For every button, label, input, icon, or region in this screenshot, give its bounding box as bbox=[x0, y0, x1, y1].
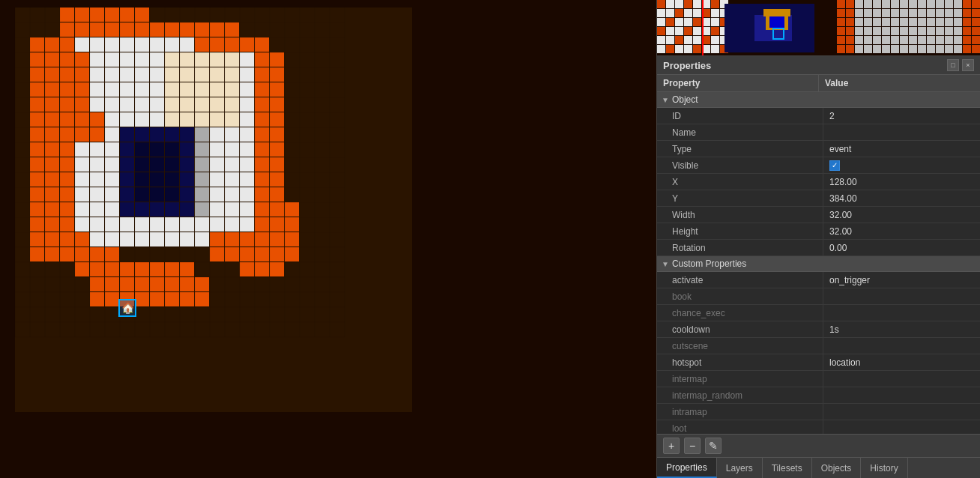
section-toggle-custom: ▼ bbox=[662, 260, 669, 268]
prop-value-object-7: 32.00 bbox=[823, 223, 980, 239]
prop-name-custom-4: cutscene bbox=[657, 338, 823, 354]
prop-name-object-3: Visible bbox=[657, 157, 823, 173]
prop-row-object-1[interactable]: Name bbox=[657, 124, 980, 141]
prop-name-custom-7: intermap_random bbox=[657, 387, 823, 403]
col-property-header: Property bbox=[657, 75, 819, 91]
prop-value-custom-8 bbox=[823, 404, 980, 420]
section-header-object[interactable]: ▼ Object bbox=[657, 92, 980, 108]
prop-value-object-8: 0.00 bbox=[823, 240, 980, 255]
properties-title: Properties bbox=[663, 60, 711, 71]
prop-name-object-1: Name bbox=[657, 124, 823, 140]
tab-objects[interactable]: Objects bbox=[812, 458, 862, 478]
prop-row-object-4[interactable]: X128.00 bbox=[657, 174, 980, 190]
section-toggle-object: ▼ bbox=[662, 96, 669, 104]
prop-row-custom-0[interactable]: activateon_trigger bbox=[657, 272, 980, 288]
prop-name-object-2: Type bbox=[657, 141, 823, 157]
prop-value-object-6: 32.00 bbox=[823, 207, 980, 223]
prop-value-custom-7 bbox=[823, 387, 980, 403]
prop-value-custom-0: on_trigger bbox=[823, 272, 980, 288]
remove-property-button[interactable]: − bbox=[684, 438, 701, 454]
tabs-bar: PropertiesLayersTilesetsObjectsHistory bbox=[657, 457, 980, 478]
prop-row-custom-3[interactable]: cooldown1s bbox=[657, 321, 980, 338]
properties-body[interactable]: ▼ ObjectID2NameTypeeventVisible✓X128.00Y… bbox=[657, 92, 980, 434]
tab-history[interactable]: History bbox=[861, 458, 907, 478]
prop-value-custom-1 bbox=[823, 288, 980, 304]
preview-strip bbox=[657, 0, 980, 56]
prop-row-custom-2[interactable]: chance_exec bbox=[657, 305, 980, 321]
prop-value-custom-2 bbox=[823, 305, 980, 321]
prop-row-object-8[interactable]: Rotation0.00 bbox=[657, 240, 980, 256]
prop-name-object-8: Rotation bbox=[657, 240, 823, 255]
prop-name-custom-2: chance_exec bbox=[657, 305, 823, 321]
prop-value-custom-6 bbox=[823, 371, 980, 387]
prop-name-object-4: X bbox=[657, 174, 823, 190]
prop-value-custom-5: location bbox=[823, 354, 980, 370]
prop-row-custom-4[interactable]: cutscene bbox=[657, 338, 980, 354]
prop-row-custom-5[interactable]: hotspotlocation bbox=[657, 354, 980, 371]
prop-name-object-7: Height bbox=[657, 223, 823, 239]
prop-row-object-6[interactable]: Width32.00 bbox=[657, 207, 980, 223]
map-canvas[interactable] bbox=[0, 0, 656, 478]
preview-red-line bbox=[702, 0, 704, 55]
prop-row-custom-8[interactable]: intramap bbox=[657, 404, 980, 420]
prop-name-custom-6: intermap bbox=[657, 371, 823, 387]
map-object-sprite[interactable]: 🏠 bbox=[118, 299, 136, 317]
prop-value-custom-9 bbox=[823, 420, 980, 434]
section-title-object: Object bbox=[672, 94, 698, 105]
prop-row-custom-7[interactable]: intermap_random bbox=[657, 387, 980, 404]
prop-name-object-5: Y bbox=[657, 190, 823, 206]
add-property-button[interactable]: + bbox=[663, 438, 680, 454]
bottom-toolbar: + − ✎ bbox=[657, 434, 980, 457]
prop-value-custom-4 bbox=[823, 338, 980, 354]
prop-name-custom-8: intramap bbox=[657, 404, 823, 420]
prop-row-custom-1[interactable]: book bbox=[657, 288, 980, 305]
prop-row-object-3[interactable]: Visible✓ bbox=[657, 157, 980, 174]
prop-value-object-4: 128.00 bbox=[823, 174, 980, 190]
tab-properties[interactable]: Properties bbox=[657, 458, 717, 478]
header-icons: □ × bbox=[947, 59, 974, 71]
prop-row-custom-9[interactable]: loot bbox=[657, 420, 980, 434]
prop-value-object-3[interactable]: ✓ bbox=[823, 157, 980, 173]
col-value-header: Value bbox=[819, 75, 980, 91]
prop-row-object-2[interactable]: Typeevent bbox=[657, 141, 980, 157]
header-restore-icon[interactable]: □ bbox=[947, 59, 959, 71]
prop-value-object-0: 2 bbox=[823, 108, 980, 124]
prop-value-object-1 bbox=[823, 124, 980, 140]
preview-canvas bbox=[657, 0, 980, 56]
prop-name-custom-0: activate bbox=[657, 272, 823, 288]
main-area: 🏠 Properties □ × Property Value ▼ Object… bbox=[0, 0, 980, 478]
prop-value-custom-3: 1s bbox=[823, 321, 980, 337]
properties-header: Properties □ × bbox=[657, 56, 980, 75]
prop-name-custom-5: hotspot bbox=[657, 354, 823, 370]
prop-name-custom-3: cooldown bbox=[657, 321, 823, 337]
prop-value-object-5: 384.00 bbox=[823, 190, 980, 206]
prop-name-object-6: Width bbox=[657, 207, 823, 223]
tab-layers[interactable]: Layers bbox=[717, 458, 763, 478]
right-panel: Properties □ × Property Value ▼ ObjectID… bbox=[656, 0, 980, 478]
edit-property-button[interactable]: ✎ bbox=[705, 438, 722, 454]
prop-name-object-0: ID bbox=[657, 108, 823, 124]
prop-row-custom-6[interactable]: intermap bbox=[657, 371, 980, 387]
section-title-custom: Custom Properties bbox=[672, 258, 746, 269]
prop-table-header: Property Value bbox=[657, 75, 980, 92]
header-close-icon[interactable]: × bbox=[962, 59, 974, 71]
checkbox-object-3[interactable]: ✓ bbox=[829, 160, 840, 171]
tab-tilesets[interactable]: Tilesets bbox=[763, 458, 812, 478]
section-header-custom[interactable]: ▼ Custom Properties bbox=[657, 256, 980, 272]
prop-value-object-2: event bbox=[823, 141, 980, 157]
prop-name-custom-1: book bbox=[657, 288, 823, 304]
map-area[interactable]: 🏠 bbox=[0, 0, 656, 478]
prop-name-custom-9: loot bbox=[657, 420, 823, 434]
prop-row-object-5[interactable]: Y384.00 bbox=[657, 190, 980, 207]
prop-row-object-0[interactable]: ID2 bbox=[657, 108, 980, 124]
prop-row-object-7[interactable]: Height32.00 bbox=[657, 223, 980, 240]
